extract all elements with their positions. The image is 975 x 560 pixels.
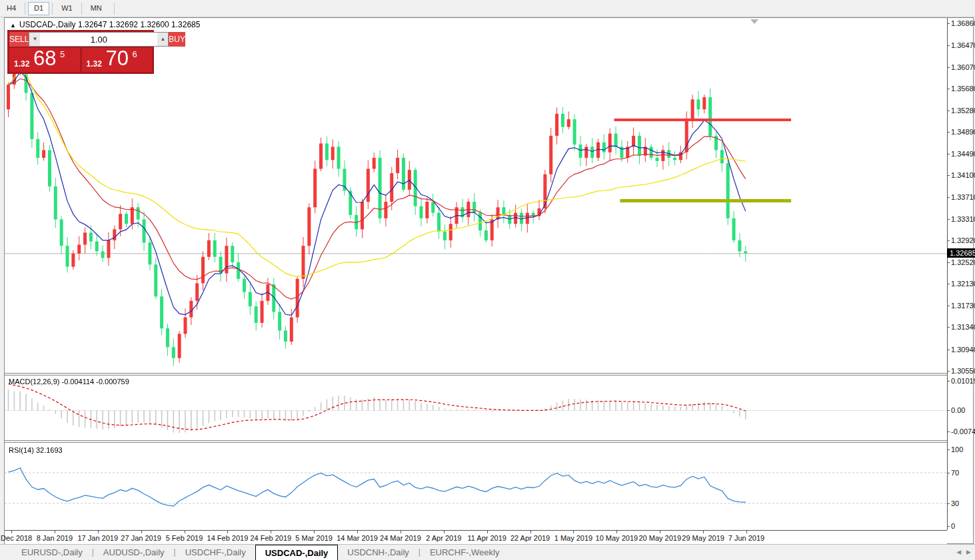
- one-click-trade-widget: SELL ▼ ▲ BUY 1.32 68 5 1.32 70 6: [7, 30, 154, 74]
- time-axis-tick: [487, 531, 488, 533]
- time-axis-tick: [271, 531, 271, 533]
- chart-title: ▲USDCAD-,Daily 1.32647 1.32692 1.32600 1…: [10, 20, 200, 29]
- axis-tick-mark: [948, 154, 950, 154]
- time-axis-tick: [357, 531, 358, 533]
- axis-tick-mark: [948, 449, 950, 450]
- chart-tab-usdchf-daily[interactable]: USDCHF-,Daily: [176, 545, 255, 560]
- price-axis-label: 1.32520: [951, 258, 975, 266]
- chart-tab-eurusd-daily[interactable]: EURUSD-,Daily: [12, 545, 92, 560]
- axis-tick-mark: [948, 67, 950, 68]
- time-axis-tick: [746, 531, 747, 533]
- rsi-axis-label: 100: [951, 445, 963, 453]
- sell-price-main: 68: [33, 47, 56, 71]
- time-axis-label: 2 Apr 2019: [426, 534, 461, 542]
- time-axis-tick: [616, 531, 617, 533]
- buy-price-box[interactable]: 1.32 70 6: [82, 48, 153, 72]
- tabbar-scroll-left-icon[interactable]: ◀: [956, 549, 961, 555]
- price-axis-label: 1.30940: [951, 346, 975, 354]
- sell-price-box[interactable]: 1.32 68 5: [9, 48, 80, 72]
- timeframe-button-d1[interactable]: D1: [28, 2, 49, 15]
- price-axis-label: 1.31340: [951, 323, 975, 331]
- time-axis-label: 17 Jan 2019: [77, 534, 118, 542]
- time-axis-tick: [530, 531, 531, 533]
- sell-price-pip: 5: [60, 49, 65, 59]
- time-axis-tick: [401, 531, 401, 533]
- chart-tab-usdcnh-daily[interactable]: USDCNH-,Daily: [338, 545, 418, 560]
- time-axis-tick: [185, 531, 185, 533]
- axis-tick-mark: [948, 381, 950, 382]
- buy-button[interactable]: BUY: [169, 32, 185, 47]
- axis-tick-mark: [948, 219, 950, 220]
- time-axis[interactable]: 30 Dec 20188 Jan 201917 Jan 201927 Jan 2…: [5, 530, 947, 545]
- price-axis-label: 1.34890: [951, 128, 975, 136]
- time-axis-label: 1 May 2019: [554, 534, 592, 542]
- timeframe-button-mn[interactable]: MN: [85, 2, 108, 15]
- axis-tick-mark: [948, 473, 950, 473]
- chart-tab-usdcad-daily[interactable]: USDCAD-,Daily: [255, 545, 339, 560]
- time-axis-tick: [314, 531, 315, 533]
- axis-tick-mark: [948, 175, 950, 176]
- price-axis-label: 1.33310: [951, 215, 975, 223]
- tabbar-scroll-right-icon[interactable]: ▶: [966, 549, 971, 555]
- chart-tab-audusd-daily[interactable]: AUDUSD-,Daily: [94, 545, 174, 560]
- rsi-axis-label: 70: [951, 469, 959, 477]
- rsi-axis-label: 30: [951, 499, 959, 507]
- price-axis-label: 1.36860: [951, 19, 975, 27]
- chart-tab-bar: EURUSD-,Daily|AUDUSD-,Daily|USDCHF-,Dail…: [0, 544, 975, 560]
- macd-axis-label: -0.007476: [951, 427, 975, 435]
- macd-axis-label: 0.010199: [951, 377, 975, 385]
- volume-input[interactable]: [40, 33, 157, 46]
- time-axis-label: 22 Apr 2019: [510, 534, 550, 542]
- price-axis-label: 1.32130: [951, 280, 975, 288]
- price-axis-label: 1.36470: [951, 41, 975, 49]
- toolbar-divider: [114, 3, 115, 15]
- price-axis-label: 1.32920: [951, 236, 975, 244]
- buy-price-pip: 6: [133, 49, 137, 59]
- chart-tab-eurchf-weekly[interactable]: EURCHF-,Weekly: [421, 545, 509, 560]
- macd-indicator-canvas[interactable]: [5, 376, 947, 440]
- axis-tick-mark: [948, 350, 950, 350]
- time-axis-label: 20 May 2019: [638, 534, 681, 542]
- time-axis-label: 10 May 2019: [596, 534, 638, 542]
- axis-tick-mark: [948, 327, 950, 328]
- toolbar-divider: [52, 3, 53, 15]
- timeframe-button-w1[interactable]: W1: [55, 2, 79, 15]
- price-axis-label: 1.35280: [951, 107, 975, 115]
- time-axis-label: 27 Jan 2019: [121, 534, 161, 542]
- buy-price-prefix: 1.32: [87, 59, 102, 69]
- axis-tick-mark: [948, 526, 950, 527]
- price-axis-label: 1.34490: [951, 150, 975, 158]
- axis-tick-mark: [948, 371, 950, 372]
- time-axis-tick: [660, 531, 660, 533]
- axis-tick-mark: [948, 262, 950, 263]
- time-axis-label: 24 Feb 2019: [250, 534, 291, 542]
- axis-tick-mark: [948, 45, 950, 46]
- pane-splitter[interactable]: [5, 440, 973, 443]
- time-axis-label: 7 Jun 2019: [728, 534, 764, 542]
- price-axis-label: 1.33710: [951, 193, 975, 201]
- sell-button[interactable]: SELL: [9, 32, 29, 47]
- macd-axis-label: 0.00: [951, 406, 965, 414]
- axis-tick-mark: [948, 240, 950, 241]
- rsi-axis-label: 0: [951, 522, 955, 530]
- price-axis-label: 1.35680: [951, 85, 975, 93]
- collapse-triangle-icon[interactable]: ▲: [10, 22, 16, 29]
- toolbar-divider: [81, 3, 82, 15]
- rsi-label: RSI(14) 32.1693: [9, 446, 63, 454]
- time-axis-label: 8 Jan 2019: [37, 534, 73, 542]
- volume-decrease-arrow-icon[interactable]: ▼: [29, 33, 40, 46]
- macd-label: MACD(12,26,9) -0.004114 -0.000759: [9, 378, 129, 386]
- price-axis-label: 1.30550: [951, 367, 975, 375]
- chart-symbol-period: USDCAD-,Daily: [19, 20, 76, 29]
- volume-increase-arrow-icon[interactable]: ▲: [157, 33, 168, 46]
- axis-tick-mark: [948, 431, 950, 432]
- price-axis[interactable]: 1.368601.364701.360701.356801.352801.348…: [947, 18, 973, 530]
- axis-tick-mark: [948, 132, 950, 133]
- time-axis-tick: [703, 531, 704, 533]
- time-axis-label: 14 Feb 2019: [207, 534, 249, 542]
- time-axis-tick: [227, 531, 228, 533]
- rsi-indicator-canvas[interactable]: [5, 444, 947, 530]
- chart-ohlc-values: 1.32647 1.32692 1.32600 1.32685: [78, 20, 201, 29]
- time-axis-label: 29 May 2019: [682, 534, 724, 542]
- timeframe-button-h4[interactable]: H4: [1, 2, 22, 15]
